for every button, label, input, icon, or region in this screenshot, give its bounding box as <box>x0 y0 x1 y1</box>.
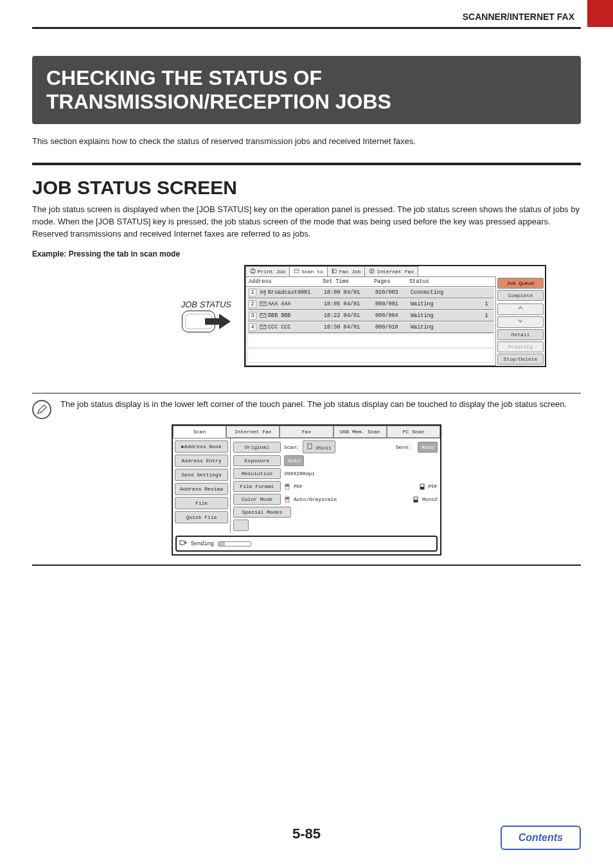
tab-pc-scan[interactable]: PC Scan <box>387 426 440 438</box>
address-review-button[interactable]: Address Review <box>175 483 228 495</box>
svg-rect-19 <box>285 497 289 500</box>
scan-icon <box>294 268 299 275</box>
svg-rect-13 <box>308 444 312 449</box>
sending-icon <box>179 539 187 548</box>
mono-page-icon <box>419 484 425 490</box>
job-row-empty <box>247 334 494 348</box>
row-pages: 000/004 <box>375 312 411 319</box>
progress-bar <box>218 541 251 547</box>
tab-fax-job[interactable]: Fax Job <box>327 266 366 276</box>
color-mode-val1: Auto/Grayscale <box>294 496 337 502</box>
priority-button[interactable]: Priority <box>497 341 544 352</box>
scan-size-chip[interactable]: 8½x11 <box>303 440 335 453</box>
col-set-time: Set Time <box>323 278 374 285</box>
lbl: ▶Address Book <box>181 444 221 449</box>
color-mode-button[interactable]: Color Mode <box>233 494 281 505</box>
address-book-button[interactable]: ▶Address Book <box>175 440 228 453</box>
row-pages: 020/003 <box>375 289 411 296</box>
detail-button[interactable]: Detail <box>497 329 544 340</box>
resolution-button[interactable]: Resolution <box>233 468 281 479</box>
row-address: AAA AAA <box>268 301 324 307</box>
color-page-icon <box>284 496 290 503</box>
svg-rect-3 <box>294 269 299 273</box>
tab-internet-fax[interactable]: Internet Fax <box>226 426 280 438</box>
scroll-up-button[interactable] <box>497 303 544 315</box>
status-label: Sending <box>191 541 214 547</box>
row-address: CCC CCC <box>268 324 324 330</box>
chevron-up-icon <box>518 305 523 312</box>
file-format-button[interactable]: File Format <box>233 481 281 492</box>
svg-rect-15 <box>285 484 289 487</box>
tab-label: Scan to <box>301 269 323 275</box>
globe-icon <box>369 268 375 275</box>
btn-label: Detail <box>511 332 530 338</box>
note-pencil-icon <box>32 400 51 419</box>
row-index: 1 <box>249 289 256 296</box>
tab-internet-fax[interactable]: Internet Fax <box>364 266 418 276</box>
svg-rect-5 <box>332 269 333 273</box>
original-button[interactable]: Original <box>233 442 281 453</box>
row-pages: 000/001 <box>375 301 411 307</box>
resolution-value: 200X200dpi <box>284 471 315 476</box>
subsection-title: JOB STATUS SCREEN <box>32 177 581 199</box>
svg-point-9 <box>264 294 265 295</box>
tab-print-job[interactable]: Print Job <box>245 266 290 276</box>
send-settings-button[interactable]: Send Settings <box>175 469 228 481</box>
tab-usb-mem-scan[interactable]: USB Mem. Scan <box>333 426 387 438</box>
row-color-mode: Color Mode Auto/Grayscale Mono2 <box>233 494 438 505</box>
row-pages: 000/010 <box>375 324 411 330</box>
preview-button[interactable] <box>233 520 249 531</box>
exposure-value[interactable]: Auto <box>284 455 304 466</box>
row-time: 10:05 04/01 <box>324 301 375 307</box>
subsection-body: The job status screen is displayed when … <box>32 204 581 240</box>
contents-button[interactable]: Contents <box>501 826 581 850</box>
file-format-val1: PDF <box>294 484 303 489</box>
row-set: 1 <box>480 301 493 307</box>
job-row[interactable]: 3 BBB BBB 10:22 04/01 000/004 Waiting 1 <box>247 311 494 321</box>
job-list: Address Set Time Pages Status 1 Broadcas… <box>245 276 496 366</box>
val: 8½x11 <box>316 445 332 451</box>
printer-icon <box>250 268 256 275</box>
svg-rect-0 <box>251 270 255 273</box>
scan-label: Scan: <box>284 444 299 450</box>
intro-text: This section explains how to check the s… <box>32 136 581 148</box>
job-row-empty <box>247 348 494 363</box>
job-row[interactable]: 2 AAA AAA 10:05 04/01 000/001 Waiting 1 <box>247 299 494 310</box>
row-index: 3 <box>249 312 256 320</box>
tab-scan-to[interactable]: Scan to <box>289 266 328 276</box>
row-status: Waiting <box>411 312 480 319</box>
col-status: Status <box>409 278 480 285</box>
scroll-down-button[interactable] <box>497 316 544 328</box>
address-entry-button[interactable]: Address Entry <box>175 455 228 467</box>
col-pages: Pages <box>374 278 409 285</box>
color-mode-val2: Mono2 <box>422 496 438 502</box>
file-format-val2: PDF <box>429 484 438 489</box>
row-time: 10:30 04/01 <box>324 324 375 330</box>
exposure-button[interactable]: Exposure <box>233 455 281 466</box>
stop-delete-button[interactable]: Stop/Delete <box>497 354 544 365</box>
cue-label: JOB STATUS <box>181 300 231 309</box>
file-button[interactable]: File <box>175 497 228 509</box>
send-size-chip[interactable]: Auto <box>418 442 438 453</box>
operation-panel: Scan Internet Fax Fax USB Mem. Scan PC S… <box>172 424 441 556</box>
special-modes-button[interactable]: Special Modes <box>233 507 291 518</box>
complete-button[interactable]: Complete <box>497 290 544 301</box>
job-row[interactable]: 1 Broadcast0001 10:00 04/01 020/003 Conn… <box>247 287 494 298</box>
quick-file-button[interactable]: Quick File <box>175 511 228 523</box>
row-set: 1 <box>480 312 493 319</box>
btn-label: Job Queue <box>506 280 534 286</box>
svg-rect-1 <box>252 269 254 270</box>
tab-fax[interactable]: Fax <box>280 426 333 438</box>
job-row[interactable]: 4 CCC CCC 10:30 04/01 000/010 Waiting <box>247 322 494 333</box>
row-status: Waiting <box>411 324 480 330</box>
mail-icon <box>258 312 268 319</box>
ops-left-column: ▶Address Book Address Entry Send Setting… <box>173 439 231 533</box>
note-text: The job status display is in the lower l… <box>60 399 567 410</box>
ops-right-column: Original Scan: 8½x11 Send: Auto Exposure… <box>231 439 440 533</box>
row-special-modes: Special Modes <box>233 507 438 518</box>
page-banner: CHECKING THE STATUS OF TRANSMISSION/RECE… <box>32 56 581 124</box>
job-queue-button[interactable]: Job Queue <box>497 278 544 289</box>
row-resolution: Resolution 200X200dpi <box>233 468 438 479</box>
tab-scan[interactable]: Scan <box>173 426 226 438</box>
job-status-display[interactable]: Sending <box>175 536 438 552</box>
